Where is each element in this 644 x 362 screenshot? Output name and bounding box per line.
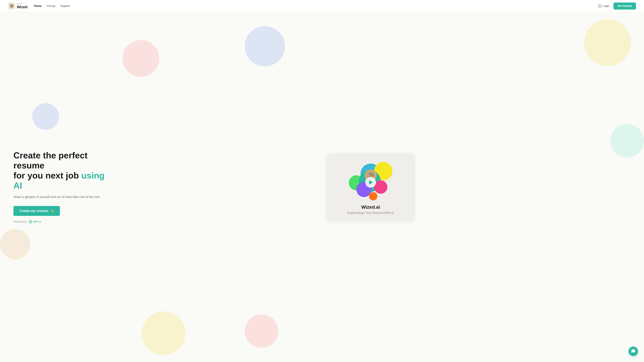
powered-by: Powered by: GPT-4 (14, 220, 111, 224)
gpt-label: GPT-4 (29, 220, 40, 224)
create-resume-button[interactable]: Create my resume ✏️ (14, 206, 60, 216)
blob-mint-right (610, 124, 644, 158)
powered-by-label: Powered by: (14, 220, 27, 223)
video-circles: 🦥 (347, 160, 394, 200)
blob-pink-top (122, 40, 159, 77)
nav-right: Login Get Started (598, 2, 636, 9)
hero-title-line2: for you next job (14, 171, 79, 180)
chat-icon (631, 349, 636, 354)
login-label: Login (603, 4, 610, 7)
video-card-title: Wized.ai (336, 204, 406, 210)
video-card: 🦥 Wized.ai Supercharge Your Resume With … (327, 153, 414, 221)
logo-beta-label: BETA (17, 3, 27, 5)
hero-content: Create the perfect resume for you next j… (14, 150, 111, 223)
blob-yellow-bottom (142, 311, 185, 355)
hero-title-line1: Create the perfect resume (14, 150, 88, 170)
user-icon (598, 4, 602, 8)
navbar: 🦥 BETA Wized Home Pricing Support Login … (0, 0, 644, 12)
svg-point-0 (599, 5, 600, 6)
hero-section: Create the perfect resume for you next j… (0, 12, 644, 362)
blob-pink-bottom (245, 314, 278, 348)
logo-text: BETA Wized (17, 3, 27, 9)
logo-name-label: Wized (17, 5, 27, 9)
blob-blue-left (32, 103, 59, 130)
logo-icon: 🦥 (8, 2, 15, 9)
get-started-button[interactable]: Get Started (614, 2, 636, 9)
login-button[interactable]: Login (598, 4, 610, 8)
hero-right: 🦥 Wized.ai Supercharge Your Resume With … (111, 153, 630, 221)
blob-blue-top (245, 26, 285, 66)
hero-subtitle: Share a glimpse of yourself and our AI t… (14, 195, 111, 199)
play-button[interactable] (365, 177, 376, 188)
hero-title: Create the perfect resume for you next j… (14, 150, 111, 191)
gpt-icon (29, 220, 32, 224)
gpt-text: GPT-4 (33, 220, 40, 223)
chat-bubble[interactable] (628, 347, 638, 356)
nav-link-pricing[interactable]: Pricing (47, 4, 55, 7)
circle-orange (369, 192, 377, 200)
cta-label: Create my resume (20, 209, 48, 213)
blob-peach-left (0, 229, 30, 259)
video-card-subtitle: Supercharge Your Resume With AI (336, 211, 406, 215)
blob-yellow-top-right (584, 19, 631, 66)
nav-link-home[interactable]: Home (34, 4, 42, 7)
nav-links: Home Pricing Support (34, 4, 70, 7)
pencil-icon: ✏️ (50, 209, 54, 213)
logo: 🦥 BETA Wized (8, 2, 27, 9)
play-icon (369, 180, 373, 185)
nav-left: 🦥 BETA Wized Home Pricing Support (8, 2, 70, 9)
circle-pink (374, 180, 388, 194)
nav-link-support[interactable]: Support (60, 4, 70, 7)
